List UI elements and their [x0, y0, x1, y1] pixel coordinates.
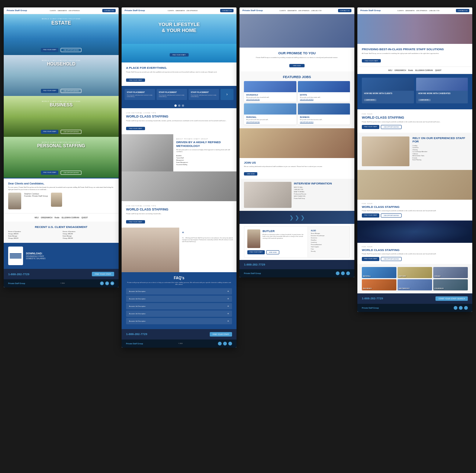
col2-staffing2-label: LIVE EDITORIAL LIVING TIPS: [126, 205, 232, 207]
col2-wcs-section: LIVE EDITORIAL LIVING TIPS WORLD CLASS S…: [122, 108, 237, 135]
col4-logo: Private Staff Group: [360, 9, 381, 12]
col2-nav-clients[interactable]: CLIENTS: [168, 10, 174, 12]
col3-featured-section: FEATURED JOBS HOUSEHOLD We provide world…: [239, 71, 354, 128]
col3-nav-jobs[interactable]: JOB OPENINGS: [298, 10, 309, 12]
col4-nav-candidates[interactable]: CANDIDATES: [405, 10, 414, 12]
col3-job-desc-wrapper: BUTLER A butler is a domestic worker in …: [244, 226, 350, 258]
col2-dot-3[interactable]: [182, 104, 184, 107]
col3-facebook-icon[interactable]: [336, 271, 340, 275]
col2-wcs-label: LIVE EDITORIAL LIVING TIPS: [126, 112, 232, 114]
col2-place-find-btn[interactable]: FIND YOUR STAFF: [126, 78, 145, 82]
col1-business-find-btn[interactable]: FIND YOUR STAFF: [41, 130, 58, 134]
col4-city-label-0: WATERFALL: [363, 276, 371, 277]
col1-logo-quest: QUEST: [81, 216, 88, 219]
col4-linkedin-icon[interactable]: [464, 306, 468, 310]
col3-linkedin-icon[interactable]: [346, 271, 350, 275]
col4-wcs-heading: WORLD CLASS STAFFING: [362, 116, 468, 119]
col1-staffing-label: WORLD CLASS STAFFING SOLUTIONS PERSONAL …: [4, 141, 119, 148]
col3-household-link[interactable]: JOB OPPORTUNITIES: [246, 99, 294, 100]
col4-facebook-icon[interactable]: [454, 306, 457, 310]
col2-linkedin-icon[interactable]: [228, 342, 232, 345]
col1-household-job-btn[interactable]: JOB OPPORTUNITIES: [61, 89, 81, 93]
col2-faq-item-3[interactable]: Accurate Job Description +: [126, 310, 232, 317]
col1-estate-find-btn[interactable]: FIND YOUR STAFF: [41, 48, 58, 52]
col4-wcs2-opp-btn[interactable]: JOB OPPORTUNITIES: [381, 213, 402, 218]
col1-avatar2-img: [51, 193, 62, 207]
col1-twitter-icon[interactable]: t: [105, 281, 109, 285]
col1-letter-bottom: Stephen Candaux Founder, Private Staff G…: [8, 193, 114, 209]
col4-wcs-find-btn[interactable]: FIND YOUR STAFF: [362, 125, 379, 129]
col2-faq-item-4[interactable]: Accurate Job Description +: [126, 318, 232, 324]
col2-nav-jobs[interactable]: JOB OPENINGS: [186, 10, 197, 12]
col3-join-btn[interactable]: HIRE NOW: [244, 172, 257, 176]
col2-faq-item-2[interactable]: Accurate Job Description +: [126, 303, 232, 309]
col2-dot-2[interactable]: [178, 104, 180, 107]
col2-card-more-arrow: ›: [226, 92, 228, 96]
col4-candidates-content: HOW WE WORK WITH CANDIDATES LEARN MORE: [416, 91, 468, 103]
col3-contact-btn[interactable]: CONTACT US: [338, 9, 351, 12]
col1-business-job-btn[interactable]: JOB OPPORTUNITIES: [61, 130, 81, 134]
col3-promise-btn[interactable]: HIRE NOW: [289, 64, 304, 67]
col3-interview-item-2: WHAT TO BRING:: [294, 191, 350, 193]
col2-facebook-icon[interactable]: [218, 342, 222, 345]
col4-rely-list: Cooking Laundress Cleaning Lux Landscape…: [412, 145, 468, 161]
col1-eng-item-2: Chicago, $88,000: [8, 233, 60, 235]
col1-eng-item-3: Chicago, $88,000: [63, 233, 115, 235]
col1-nav-candidates[interactable]: CANDIDATES: [58, 10, 67, 12]
col3-business-link[interactable]: JOB OPPORTUNITIES: [300, 122, 348, 123]
col3-find-staff-btn[interactable]: FIND YOUR STAFF: [247, 250, 265, 254]
col4-candidates-btn[interactable]: LEARN MORE: [418, 99, 431, 101]
col1-nav-jobs[interactable]: JOB OPENINGS: [68, 10, 80, 12]
col1-nav-clients[interactable]: CLIENTS: [50, 10, 56, 12]
col3-sidebar-item-3: Chauffeur: [311, 239, 347, 241]
col4-phone: 1-888-282-7729: [362, 297, 383, 300]
col3-twitter-icon[interactable]: [341, 271, 345, 275]
col2-dot-1[interactable]: [174, 104, 177, 107]
col2-wcs-find-btn[interactable]: FIND YOUR STAFF: [126, 127, 145, 130]
col2-driven-list-3: Estate Management: [176, 162, 234, 163]
col4-wcs-opp-btn[interactable]: JOB OPPORTUNITIES: [381, 125, 402, 129]
col4-nav-clients[interactable]: CLIENTS: [398, 10, 404, 12]
col1-staffing-job-btn[interactable]: JOB OPPORTUNITIES: [61, 171, 81, 175]
col4-city-label-3: PALM BEACH: [363, 288, 372, 289]
col2-staffing2-find-btn[interactable]: FIND YOUR STAFF: [126, 220, 145, 223]
col1-linkedin-icon[interactable]: in: [110, 281, 114, 285]
col2-nav-candidates[interactable]: CANDIDATES: [176, 10, 185, 12]
col1-find-btn[interactable]: FIND YOUR STAFF: [92, 272, 114, 276]
col3-estate-link[interactable]: JOB OPPORTUNITIES: [300, 99, 348, 100]
col3-chevron-3: ❯: [300, 215, 305, 221]
col4-clients-btn[interactable]: LEARN MORE: [364, 99, 376, 101]
col3-jd-sidebar: ALSO House Manager Executive Housekeeper…: [308, 226, 350, 257]
col4-nav-jobs[interactable]: JOB OPENINGS: [416, 10, 427, 12]
col2-nav-links: CLIENTS CANDIDATES JOB OPENINGS: [168, 10, 197, 12]
col2-faq-item-1[interactable]: Accurate Job Description +: [126, 296, 232, 302]
col4-cta-btn[interactable]: START YOUR STAFF SEARCH: [435, 296, 468, 301]
col3-hire-now-btn[interactable]: HIRE NOW: [266, 250, 279, 254]
col3-nav-candidates[interactable]: CANDIDATES: [287, 10, 296, 12]
col1-eng-item-0: Director of Operations: [8, 231, 60, 232]
col1-household-find-btn[interactable]: FIND YOUR STAFF: [41, 89, 58, 93]
col4-wcs2-find-btn[interactable]: FIND YOUR STAFF: [362, 213, 379, 218]
col4-twitter-icon[interactable]: [459, 306, 463, 310]
col2-faq-item-0[interactable]: Accurate Job Description +: [126, 288, 232, 295]
col1-estate-job-btn[interactable]: JOB OPPORTUNITIES: [61, 48, 81, 52]
col3-nav-clients[interactable]: CLIENTS: [280, 10, 286, 12]
col3-team-img-inner: [239, 128, 354, 158]
col2-contact-btn[interactable]: CONTACT US: [220, 9, 234, 12]
col4-providing-btn[interactable]: FIND YOUR STAFF: [362, 59, 381, 62]
col2-hero-find-btn[interactable]: FIND YOUR STAFF: [170, 53, 189, 57]
col1-staffing-find-btn[interactable]: FIND YOUR STAFF: [41, 171, 58, 175]
col2-driven-list-4: Household Staffing: [176, 164, 234, 165]
col4-contact-btn[interactable]: CONTACT US: [456, 9, 469, 12]
col3-join-heading: JOIN US: [244, 161, 350, 164]
col4-wcs3-opp-btn[interactable]: JOB OPPORTUNITIES: [381, 257, 402, 261]
col2-dark-cta: 1-888-282-7729 FIND YOUR STAFF: [122, 329, 237, 340]
col1-facebook-icon[interactable]: f: [100, 281, 104, 285]
col3-personal-link[interactable]: JOB OPPORTUNITIES: [246, 122, 294, 123]
col4-wcs3-find-btn[interactable]: FIND YOUR STAFF: [362, 257, 379, 261]
col1-contact-btn[interactable]: CONTACT US: [102, 9, 116, 12]
col3-job-personal: PERSONAL We provide world class personal…: [244, 103, 296, 125]
col2-twitter-icon[interactable]: [223, 342, 227, 345]
col4-logo-greenwich: GREENWICH: [395, 69, 406, 71]
col2-find-btn[interactable]: FIND YOUR STAFF: [210, 332, 232, 337]
